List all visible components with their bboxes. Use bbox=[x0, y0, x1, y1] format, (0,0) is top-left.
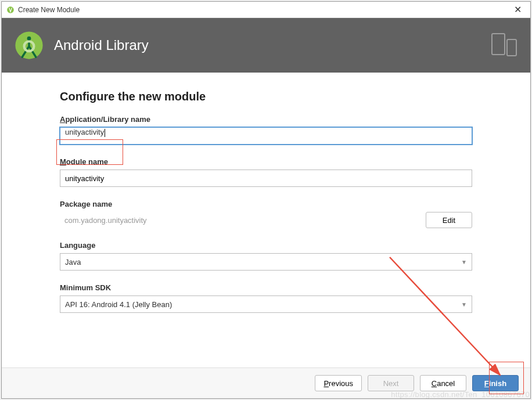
svg-rect-5 bbox=[507, 39, 516, 56]
language-label: Language bbox=[60, 241, 472, 250]
text-cursor-icon bbox=[105, 129, 105, 137]
app-name-group: Application/Library name unityactivity bbox=[60, 115, 472, 145]
package-name-label: Package name bbox=[60, 200, 472, 208]
cancel-button[interactable]: Cancel bbox=[420, 375, 466, 391]
chevron-down-icon: ▼ bbox=[461, 301, 467, 308]
android-studio-icon bbox=[6, 6, 15, 14]
watermark-text: https://blog.csdn.net/Ten_10610867670 bbox=[391, 390, 530, 399]
min-sdk-value: API 16: Android 4.1 (Jelly Bean) bbox=[65, 300, 172, 309]
finish-button[interactable]: Finish bbox=[472, 375, 519, 391]
package-name-value: com.yadong.unityactivity bbox=[60, 214, 419, 227]
module-name-input[interactable] bbox=[60, 170, 472, 187]
svg-rect-4 bbox=[492, 34, 505, 55]
android-studio-logo-icon bbox=[13, 30, 45, 61]
banner-heading: Android Library bbox=[54, 37, 491, 53]
language-group: Language Java ▼ bbox=[60, 241, 472, 271]
content-area: Configure the new module Application/Lib… bbox=[2, 73, 530, 367]
next-button: Next bbox=[368, 375, 414, 391]
close-button[interactable]: ✕ bbox=[509, 2, 526, 18]
app-name-label: Application/Library name bbox=[60, 115, 472, 124]
edit-package-button[interactable]: Edit bbox=[426, 212, 472, 228]
module-name-group: Module name bbox=[60, 157, 472, 187]
min-sdk-group: Minimum SDK API 16: Android 4.1 (Jelly B… bbox=[60, 283, 472, 313]
min-sdk-label: Minimum SDK bbox=[60, 283, 472, 292]
package-name-group: Package name com.yadong.unityactivity Ed… bbox=[60, 200, 472, 228]
devices-icon bbox=[491, 33, 519, 58]
titlebar: Create New Module ✕ bbox=[2, 2, 530, 18]
page-heading: Configure the new module bbox=[60, 90, 472, 103]
chevron-down-icon: ▼ bbox=[461, 259, 467, 265]
app-name-input[interactable]: unityactivity bbox=[60, 127, 472, 145]
language-select[interactable]: Java ▼ bbox=[60, 253, 472, 271]
banner: Android Library bbox=[2, 18, 530, 73]
window-title: Create New Module bbox=[18, 6, 80, 14]
dialog-window: Create New Module ✕ Android Library Conf… bbox=[1, 1, 531, 399]
previous-button[interactable]: Previous bbox=[315, 375, 362, 391]
module-name-label: Module name bbox=[60, 157, 472, 166]
min-sdk-select[interactable]: API 16: Android 4.1 (Jelly Bean) ▼ bbox=[60, 296, 472, 313]
language-value: Java bbox=[65, 258, 81, 266]
